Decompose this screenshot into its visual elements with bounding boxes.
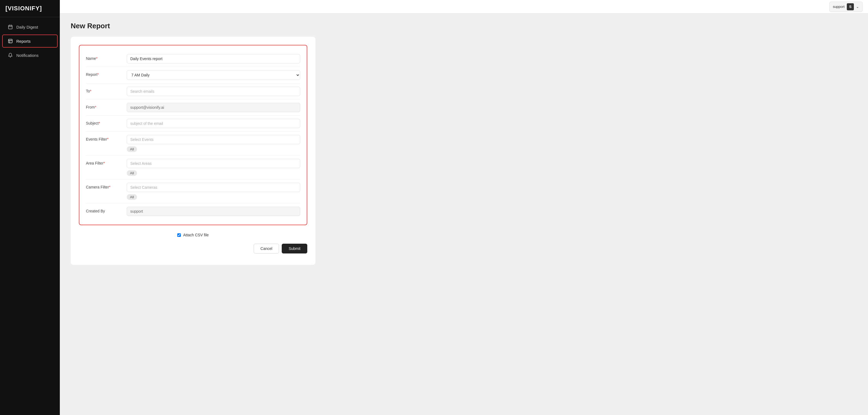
name-input[interactable] bbox=[127, 54, 300, 63]
subject-row: Subject* bbox=[86, 116, 300, 132]
report-label: Report* bbox=[86, 70, 121, 77]
from-row: From* bbox=[86, 99, 300, 116]
chevron-down-icon: ⌄ bbox=[856, 5, 859, 9]
from-input bbox=[127, 103, 300, 112]
camera-filter-field: All bbox=[127, 183, 300, 200]
attach-csv-checkbox[interactable] bbox=[177, 233, 181, 237]
camera-filter-row: Camera Filter* All bbox=[86, 180, 300, 203]
subject-label: Subject* bbox=[86, 119, 121, 125]
attach-csv-row: Attach CSV file bbox=[79, 229, 307, 241]
sidebar-item-daily-digest[interactable]: Daily Digest bbox=[2, 21, 58, 33]
sidebar-item-label: Reports bbox=[16, 39, 31, 43]
to-input[interactable] bbox=[127, 87, 300, 96]
from-label: From* bbox=[86, 103, 121, 109]
name-row: Name* bbox=[86, 51, 300, 67]
submit-button[interactable]: Submit bbox=[282, 244, 307, 253]
report-select[interactable]: 7 AM Daily 12 PM Daily 5 PM Daily Weekly bbox=[127, 70, 300, 80]
created-by-field bbox=[127, 207, 300, 216]
avatar: S bbox=[847, 3, 854, 10]
created-by-input bbox=[127, 207, 300, 216]
cancel-button[interactable]: Cancel bbox=[254, 244, 279, 253]
area-filter-row: Area Filter* All bbox=[86, 156, 300, 180]
sidebar-item-label: Daily Digest bbox=[16, 25, 38, 29]
sidebar-nav: Daily Digest Reports Notifications bbox=[0, 17, 60, 65]
main-content: New Report Name* Report* 7 AM Daily bbox=[60, 13, 868, 415]
created-by-label: Created By bbox=[86, 207, 121, 213]
camera-filter-input[interactable] bbox=[127, 183, 300, 192]
area-filter-field: All bbox=[127, 159, 300, 176]
report-field: 7 AM Daily 12 PM Daily 5 PM Daily Weekly bbox=[127, 70, 300, 80]
form-actions: Cancel Submit bbox=[79, 241, 307, 255]
logo: [VISIONIFY] bbox=[0, 0, 60, 17]
calendar-icon bbox=[8, 24, 13, 30]
subject-input[interactable] bbox=[127, 119, 300, 128]
name-field bbox=[127, 54, 300, 63]
camera-tag-all: All bbox=[127, 194, 137, 200]
bell-icon bbox=[8, 53, 13, 58]
to-row: To* bbox=[86, 84, 300, 99]
to-label: To* bbox=[86, 87, 121, 93]
area-tag-all: All bbox=[127, 170, 137, 176]
sidebar-item-label: Notifications bbox=[16, 53, 39, 58]
area-filter-input[interactable] bbox=[127, 159, 300, 168]
created-by-row: Created By bbox=[86, 203, 300, 219]
attach-csv-label[interactable]: Attach CSV file bbox=[183, 233, 209, 237]
topbar: support S ⌄ bbox=[60, 0, 868, 13]
sidebar-item-reports[interactable]: Reports bbox=[2, 35, 58, 47]
user-badge[interactable]: support S ⌄ bbox=[829, 2, 863, 12]
form-bordered: Name* Report* 7 AM Daily 12 PM Daily 5 P… bbox=[79, 45, 307, 225]
reports-icon bbox=[8, 38, 13, 44]
events-filter-row: Events Filter* All bbox=[86, 132, 300, 156]
user-name: support bbox=[833, 5, 845, 9]
camera-filter-label: Camera Filter* bbox=[86, 183, 121, 189]
subject-field bbox=[127, 119, 300, 128]
sidebar-item-notifications[interactable]: Notifications bbox=[2, 49, 58, 62]
name-label: Name* bbox=[86, 54, 121, 61]
events-filter-field: All bbox=[127, 135, 300, 152]
svg-rect-0 bbox=[8, 25, 12, 29]
events-filter-label: Events Filter* bbox=[86, 135, 121, 141]
form-footer: Attach CSV file Cancel Submit bbox=[79, 225, 307, 257]
svg-rect-4 bbox=[8, 39, 12, 43]
events-filter-input[interactable] bbox=[127, 135, 300, 144]
page-title: New Report bbox=[71, 22, 857, 30]
events-tag-all: All bbox=[127, 146, 137, 152]
to-field bbox=[127, 87, 300, 96]
from-field bbox=[127, 103, 300, 112]
report-row: Report* 7 AM Daily 12 PM Daily 5 PM Dail… bbox=[86, 67, 300, 84]
area-filter-label: Area Filter* bbox=[86, 159, 121, 165]
sidebar: [VISIONIFY] Daily Digest bbox=[0, 0, 60, 415]
form-card: Name* Report* 7 AM Daily 12 PM Daily 5 P… bbox=[71, 37, 315, 265]
